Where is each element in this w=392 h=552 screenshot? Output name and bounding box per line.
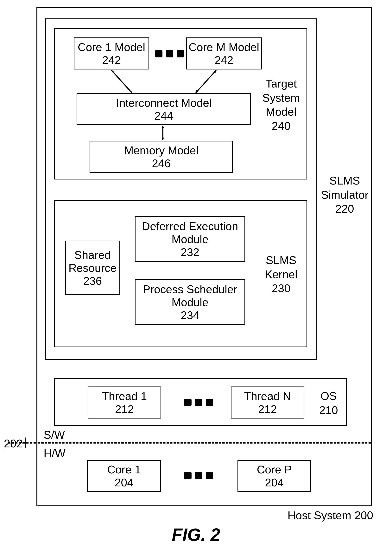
thread-ellipsis [184,399,213,406]
target-system-model-label: Target System Model 240 [259,77,303,133]
host-system-label: Host System 200 [280,508,373,523]
thread-1-box: Thread 1 212 [88,387,161,418]
hw-label: H/W [44,446,65,460]
memory-model-n: 246 [152,157,171,170]
core-m-model-box: Core M Model 242 [186,37,262,70]
core-model-ellipsis [155,50,184,57]
memory-model-t: Memory Model [124,144,198,157]
slms-sim-l1: SLMS [320,174,370,188]
figure-caption: FIG. 2 [0,524,392,546]
hw-core-1-num: 204 [115,476,133,489]
ref-202-tick [25,437,26,448]
de-l3: 232 [181,246,199,259]
slms-kernel-label: SLMS Kernel 230 [259,253,303,295]
tsm-l4: 240 [259,119,303,133]
de-l1: Deferred Execution [142,220,238,233]
slms-sim-l3: 220 [320,202,370,216]
interconnect-model-box: Interconnect Model 244 [77,93,251,125]
shared-resource-box: Shared Resource 236 [65,241,120,295]
thread-1-num: 212 [115,403,134,416]
sw-label: S/W [44,428,65,442]
hw-core-p-title: Core P [257,463,292,476]
core-m-model-t: Core M Model [189,41,259,54]
slmsk-l2: Kernel [259,267,303,281]
thread-n-title: Thread N [244,390,291,403]
interconnect-model-t: Interconnect Model [116,96,211,109]
ps-l1: Process Scheduler [143,283,237,296]
de-l2: Module [172,233,208,246]
interconnect-model-n: 244 [154,109,173,122]
tsm-l3: Model [259,105,303,119]
os-label-line1: OS [314,389,343,403]
slms-sim-l2: Simulator [320,188,370,202]
hw-core-1-title: Core 1 [107,463,141,476]
slmsk-l1: SLMS [259,253,303,267]
deferred-exec-box: Deferred Execution Module 232 [135,216,245,262]
os-label-line2: 210 [314,403,343,417]
memory-model-box: Memory Model 246 [90,141,233,173]
proc-sched-box: Process Scheduler Module 234 [135,280,245,325]
tsm-l1: Target [259,77,303,91]
slms-simulator-label: SLMS Simulator 220 [320,174,370,216]
sw-hw-divider-main [38,442,371,444]
tsm-l2: System [259,91,303,105]
hw-core-1-box: Core 1 204 [87,460,161,492]
hw-core-p-box: Core P 204 [238,460,311,492]
thread-n-num: 212 [258,403,277,416]
hw-core-ellipsis [184,472,213,479]
core-1-model-box: Core 1 Model 242 [74,37,149,70]
ps-l2: Module [172,296,208,309]
os-label: OS 210 [314,389,343,417]
core-1-model-n: 242 [102,54,121,66]
ref-202-label: 202 [4,437,23,451]
slmsk-l3: 230 [259,281,303,295]
sr-l2: Resource [69,261,117,274]
core-1-model-t: Core 1 Model [78,41,145,54]
thread-1-title: Thread 1 [102,390,147,403]
core-m-model-n: 242 [215,54,233,66]
thread-n-box: Thread N 212 [231,387,304,418]
sr-l3: 236 [83,274,102,287]
ps-l3: 234 [181,309,199,322]
hw-core-p-num: 204 [265,476,284,489]
sr-l1: Shared [74,248,111,261]
